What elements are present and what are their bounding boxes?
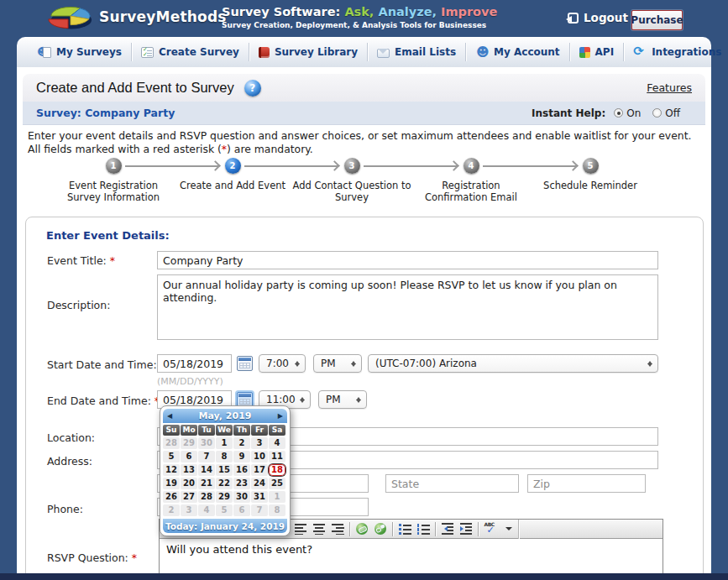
instant-help-on-radio[interactable]	[614, 108, 623, 118]
indent-button[interactable]	[457, 521, 475, 537]
calendar-date[interactable]: 3	[251, 437, 268, 449]
end-date-label: End Date and Time: *	[47, 395, 160, 407]
calendar-date[interactable]: 6	[233, 504, 250, 516]
calendar-date[interactable]: 5	[163, 451, 180, 462]
tagline: Survey Software: Ask, Analyze, Improve S…	[222, 6, 497, 32]
align-right-button[interactable]	[328, 521, 347, 537]
calendar-date[interactable]: 21	[198, 478, 215, 489]
logout-button[interactable]: Logout	[568, 11, 628, 24]
calendar-day-header: Th	[233, 425, 250, 436]
calendar-date[interactable]: 5	[216, 504, 233, 516]
timezone-select[interactable]: (UTC-07:00) Arizona	[368, 354, 658, 373]
zip-input[interactable]	[527, 474, 646, 493]
calendar-date[interactable]: 9	[233, 451, 250, 462]
event-title-input[interactable]	[157, 251, 658, 269]
calendar-week-row: 12131415161718	[163, 464, 287, 476]
calendar-date[interactable]: 25	[269, 478, 285, 489]
end-ampm-select[interactable]: PM	[318, 390, 367, 409]
tagline-ask: Ask,	[344, 5, 374, 18]
calendar-date[interactable]: 29	[216, 491, 233, 503]
calendar-next-icon[interactable]: ▶	[278, 412, 283, 420]
calendar-date[interactable]: 28	[163, 437, 180, 449]
calendar-date[interactable]: 19	[163, 478, 180, 489]
rsvp-editor-body[interactable]: Will you attend this event?	[160, 539, 663, 577]
calendar-date[interactable]: 15	[216, 464, 233, 476]
calendar-date[interactable]: 8	[216, 451, 233, 462]
wizard-step-circle[interactable]: 5	[583, 158, 599, 174]
outdent-button[interactable]	[438, 521, 457, 537]
calendar-date-selected[interactable]: 18	[269, 464, 285, 476]
align-left-button[interactable]	[291, 521, 310, 537]
calendar-date[interactable]: 30	[198, 437, 215, 449]
wizard-step-circle[interactable]: 1	[106, 158, 122, 174]
nav-item-integrations[interactable]: Integrations	[624, 43, 728, 61]
state-input[interactable]	[385, 474, 519, 493]
list-ol-button[interactable]	[414, 521, 432, 537]
nav-item-label: API	[595, 46, 615, 58]
calendar-grid: 2829301234567891011121314151617181920212…	[163, 437, 287, 516]
calendar-date[interactable]: 31	[251, 491, 268, 503]
wizard-step-circle[interactable]: 4	[464, 158, 479, 174]
calendar-date[interactable]: 4	[198, 504, 215, 516]
start-ampm-select[interactable]: PM	[313, 354, 362, 373]
nav-item-my-account[interactable]: My Account	[466, 43, 570, 61]
toolbar-separator	[435, 522, 436, 536]
logout-icon	[568, 13, 579, 24]
list-ul-button[interactable]	[395, 521, 414, 537]
nav-item-email-lists[interactable]: Email Lists	[368, 43, 466, 61]
nav-item-create-survey[interactable]: Create Survey	[132, 43, 249, 61]
align-center-button[interactable]	[310, 521, 328, 537]
nav-item-api[interactable]: API	[570, 43, 625, 61]
link-button[interactable]	[353, 521, 371, 537]
calendar-date[interactable]: 26	[163, 491, 180, 503]
calendar-date[interactable]: 30	[233, 491, 250, 503]
brand-name: SurveyMethods	[99, 8, 227, 25]
features-link[interactable]: Features	[647, 81, 692, 94]
calendar-day-headers: SuMoTuWeThFrSa	[163, 425, 287, 436]
calendar-date[interactable]: 20	[181, 478, 197, 489]
calendar-date[interactable]: 4	[269, 437, 285, 449]
calendar-date[interactable]: 29	[181, 437, 197, 449]
calendar-date[interactable]: 2	[163, 504, 180, 516]
start-date-calendar-icon[interactable]	[237, 356, 253, 371]
calendar-date[interactable]: 7	[198, 451, 215, 462]
calendar-date[interactable]: 17	[251, 464, 268, 476]
brand-logo[interactable]: SurveyMethods	[47, 3, 227, 31]
nav-item-survey-library[interactable]: Survey Library	[249, 43, 368, 61]
calendar-date[interactable]: 13	[181, 464, 197, 476]
calendar-date[interactable]: 12	[163, 464, 180, 476]
description-textarea[interactable]: Our annual holiday party is coming up so…	[157, 274, 658, 340]
calendar-date[interactable]: 11	[269, 451, 285, 462]
calendar-today-button[interactable]: Today: January 24, 2019	[163, 519, 287, 533]
calendar-date[interactable]: 24	[251, 478, 268, 489]
wizard-step-circle[interactable]: 2	[225, 158, 241, 174]
calendar-date[interactable]: 1	[269, 491, 285, 503]
calendar-date[interactable]: 27	[181, 491, 197, 503]
calendar-date[interactable]: 10	[251, 451, 268, 462]
calendar-date[interactable]: 7	[251, 504, 268, 516]
start-date-label: Start Date and Time: *	[47, 358, 165, 371]
calendar-date[interactable]: 3	[181, 504, 197, 516]
nav-item-my-surveys[interactable]: My Surveys	[29, 43, 132, 61]
wizard-arrow	[483, 165, 577, 167]
app-window: SurveyMethods Survey Software: Ask, Anal…	[0, 0, 728, 580]
calendar-date[interactable]: 16	[233, 464, 250, 476]
calendar-date[interactable]: 2	[233, 437, 250, 449]
wizard-step-circle[interactable]: 3	[344, 158, 360, 174]
calendar-date[interactable]: 23	[233, 478, 250, 489]
calendar-date[interactable]: 28	[198, 491, 215, 503]
calendar-date[interactable]: 22	[216, 478, 233, 489]
start-date-input[interactable]	[157, 354, 232, 373]
spellcheck-button[interactable]	[481, 521, 500, 537]
calendar-date[interactable]: 1	[216, 437, 233, 449]
purchase-button[interactable]: Purchase	[631, 10, 683, 30]
start-time-select[interactable]: 7:00	[259, 354, 306, 373]
unlink-button[interactable]	[371, 521, 390, 537]
caret-down-button[interactable]	[500, 521, 518, 537]
instant-help-off-radio[interactable]	[652, 108, 662, 118]
calendar-date[interactable]: 6	[181, 451, 197, 462]
help-icon[interactable]: ?	[244, 80, 261, 97]
calendar-date[interactable]: 8	[269, 504, 285, 516]
calendar-date[interactable]: 14	[198, 464, 215, 476]
my-surveys-icon	[38, 46, 51, 59]
